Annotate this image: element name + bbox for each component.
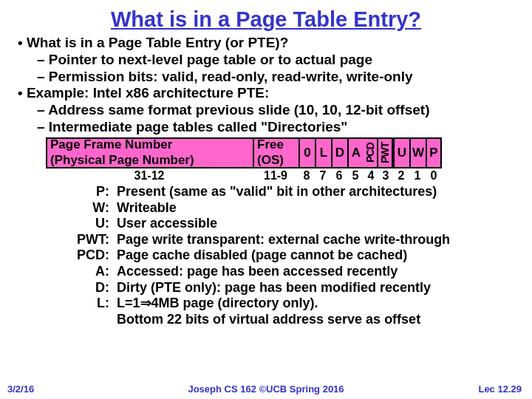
bullet-1b: – Permission bits: valid, read-only, rea… bbox=[37, 69, 514, 86]
field-bit-l: L bbox=[315, 137, 331, 168]
def-val-l: L=1⇒4MB page (directory only). bbox=[117, 296, 318, 312]
slide-footer: 3/2/16 Joseph CS 162 ©UCB Spring 2016 Le… bbox=[0, 383, 532, 395]
slide-title: What is in a Page Table Entry? bbox=[0, 0, 532, 32]
def-key-blank bbox=[62, 312, 117, 328]
bit-num-0: 0 bbox=[426, 168, 442, 183]
pfn-line1: Page Frame Number bbox=[50, 137, 172, 152]
bullet-1a: – Pointer to next-level page table or to… bbox=[37, 52, 514, 69]
def-key-pcd: PCD: bbox=[62, 248, 117, 264]
field-bit-d: D bbox=[331, 137, 347, 168]
slide-body: • What is in a Page Table Entry (or PTE)… bbox=[0, 32, 532, 327]
def-val-pwt: Page write transparent: external cache w… bbox=[117, 232, 450, 248]
bit-definitions: P:Present (same as "valid" bit in other … bbox=[62, 184, 514, 327]
bit-num-3: 3 bbox=[378, 168, 393, 183]
field-bit-a: A bbox=[347, 137, 364, 168]
def-val-w: Writeable bbox=[117, 200, 177, 216]
bit-num-8: 8 bbox=[299, 168, 315, 183]
field-bit-0flag: 0 bbox=[299, 137, 315, 168]
field-bit-u: U bbox=[393, 137, 409, 168]
range-pfn: 31-12 bbox=[46, 168, 253, 183]
def-val-a: Accessed: page has been accessed recentl… bbox=[117, 264, 398, 280]
field-bit-w: W bbox=[409, 137, 426, 168]
footer-course: Joseph CS 162 ©UCB Spring 2016 bbox=[0, 383, 532, 395]
field-free: Free (OS) bbox=[253, 137, 299, 168]
field-bit-p: P bbox=[426, 137, 442, 168]
field-bit-pcd: PCD bbox=[364, 137, 378, 168]
bit-num-1: 1 bbox=[409, 168, 426, 183]
bit-num-4: 4 bbox=[364, 168, 378, 183]
bullet-2: • Example: Intel x86 architecture PTE: bbox=[18, 85, 514, 102]
free-line1: Free bbox=[257, 137, 284, 152]
range-free: 11-9 bbox=[253, 168, 299, 183]
field-pfn: Page Frame Number (Physical Page Number) bbox=[46, 137, 253, 168]
def-key-w: W: bbox=[62, 200, 117, 216]
def-key-u: U: bbox=[62, 216, 117, 232]
field-bit-pwt: PWT bbox=[378, 137, 393, 168]
def-key-p: P: bbox=[62, 184, 117, 200]
def-key-l: L: bbox=[62, 296, 117, 312]
pfn-line2: (Physical Page Number) bbox=[50, 153, 194, 168]
bit-num-2: 2 bbox=[393, 168, 409, 183]
pte-diagram: Page Frame Number (Physical Page Number)… bbox=[46, 137, 514, 183]
bit-num-7: 7 bbox=[315, 168, 331, 183]
bit-num-6: 6 bbox=[331, 168, 347, 183]
footer-date: 3/2/16 bbox=[7, 383, 34, 395]
def-val-pcd: Page cache disabled (page cannot be cach… bbox=[117, 248, 407, 264]
bullet-2b: – Intermediate page tables called "Direc… bbox=[37, 119, 514, 136]
footer-lecture: Lec 12.29 bbox=[478, 383, 522, 395]
def-val-u: User accessible bbox=[117, 216, 217, 232]
bullet-2a: – Address same format previous slide (10… bbox=[37, 102, 514, 119]
bullet-1: • What is in a Page Table Entry (or PTE)… bbox=[18, 35, 514, 52]
def-val-p: Present (same as "valid" bit in other ar… bbox=[117, 184, 437, 200]
bit-num-5: 5 bbox=[347, 168, 364, 183]
def-key-a: A: bbox=[62, 264, 117, 280]
def-key-pwt: PWT: bbox=[62, 232, 117, 248]
def-key-d: D: bbox=[62, 280, 117, 296]
def-val-offset: Bottom 22 bits of virtual address serve … bbox=[117, 312, 420, 328]
def-val-d: Dirty (PTE only): page has been modified… bbox=[117, 280, 431, 296]
free-line2: (OS) bbox=[257, 153, 284, 168]
